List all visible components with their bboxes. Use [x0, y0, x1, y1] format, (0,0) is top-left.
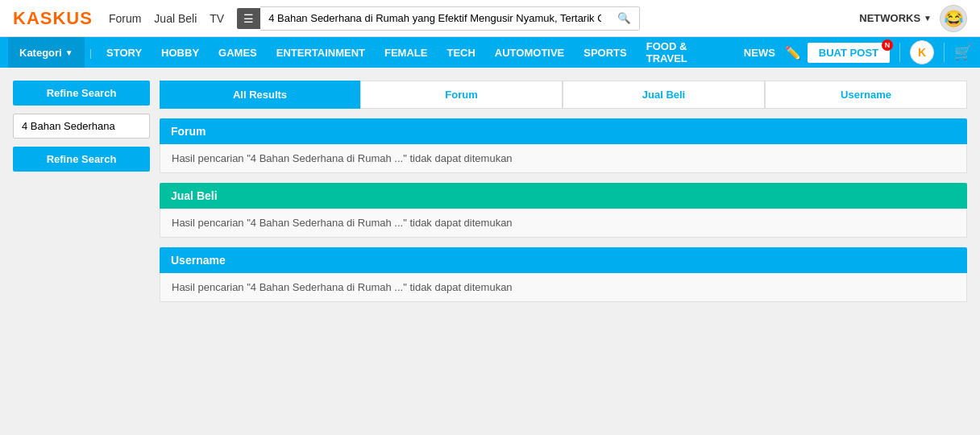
jualbeli-no-result-message: Hasil pencarian "4 Bahan Sederhana di Ru…: [172, 217, 513, 229]
forum-no-result-message: Hasil pencarian "4 Bahan Sederhana di Ru…: [172, 152, 513, 164]
networks-button[interactable]: NETWORKS ▼: [859, 12, 932, 24]
story-nav-link[interactable]: STORY: [97, 37, 152, 68]
tech-nav-link[interactable]: TECH: [437, 37, 484, 68]
games-nav-link[interactable]: GAMES: [209, 37, 267, 68]
main-content: Refine Search Refine Search All Results …: [0, 68, 980, 325]
edit-icon: ✏️: [785, 45, 801, 60]
cart-icon: 🛒: [954, 44, 972, 61]
automotive-nav-link[interactable]: AUTOMOTIVE: [485, 37, 574, 68]
refine-search-button[interactable]: Refine Search: [13, 147, 150, 172]
refine-search-input[interactable]: [13, 114, 150, 139]
logo-prefix: KAS: [13, 8, 52, 28]
results-area: All Results Forum Jual Beli Username For…: [160, 81, 967, 312]
buat-post-button[interactable]: BUAT POST N: [808, 43, 890, 63]
forum-nav-link[interactable]: Forum: [109, 12, 141, 25]
sidebar: Refine Search Refine Search: [13, 81, 150, 312]
kategori-button[interactable]: Kategori ▼: [8, 37, 85, 68]
refine-search-title: Refine Search: [13, 81, 150, 106]
hamburger-icon[interactable]: ☰: [237, 8, 260, 29]
news-nav-link[interactable]: NEWS: [734, 37, 785, 68]
jualbeli-nav-link[interactable]: Jual Beli: [154, 12, 197, 25]
top-nav: KASKUS Forum Jual Beli TV ☰ 🔍 NETWORKS ▼…: [0, 0, 980, 37]
tab-forum[interactable]: Forum: [360, 81, 563, 109]
chevron-down-icon: ▼: [65, 48, 73, 57]
username-section-body: Hasil pencarian "4 Bahan Sederhana di Ru…: [160, 273, 967, 302]
category-nav: Kategori ▼ | STORY HOBBY GAMES ENTERTAIN…: [0, 37, 980, 68]
chevron-down-icon: ▼: [924, 14, 932, 23]
main-nav: Forum Jual Beli TV: [109, 12, 224, 25]
coin-icon: K: [918, 46, 926, 59]
tab-all-results[interactable]: All Results: [160, 81, 360, 109]
jualbeli-section: Jual Beli Hasil pencarian "4 Bahan Seder…: [160, 183, 967, 238]
forum-section-header: Forum: [160, 118, 967, 144]
top-nav-right: NETWORKS ▼ 😂: [859, 5, 967, 32]
hobby-nav-link[interactable]: HOBBY: [152, 37, 209, 68]
notification-badge: N: [882, 39, 893, 51]
divider: [899, 43, 900, 62]
divider: [944, 43, 945, 62]
logo-suffix: KUS: [52, 8, 92, 28]
coin-button[interactable]: K: [910, 40, 934, 64]
jualbeli-section-body: Hasil pencarian "4 Bahan Sederhana di Ru…: [160, 209, 967, 238]
tab-username[interactable]: Username: [765, 81, 967, 109]
search-button[interactable]: 🔍: [609, 6, 640, 31]
results-tabs: All Results Forum Jual Beli Username: [160, 81, 967, 109]
username-section: Username Hasil pencarian "4 Bahan Sederh…: [160, 247, 967, 302]
logo[interactable]: KASKUS: [13, 8, 93, 29]
cart-button[interactable]: 🛒: [954, 44, 972, 61]
username-no-result-message: Hasil pencarian "4 Bahan Sederhana di Ru…: [172, 281, 513, 293]
tv-nav-link[interactable]: TV: [210, 12, 224, 25]
female-nav-link[interactable]: FEMALE: [375, 37, 437, 68]
jualbeli-section-header: Jual Beli: [160, 183, 967, 209]
forum-section-body: Hasil pencarian "4 Bahan Sederhana di Ru…: [160, 144, 967, 173]
search-input[interactable]: [260, 6, 609, 31]
username-section-header: Username: [160, 247, 967, 273]
cat-nav-right: ✏️ BUAT POST N K 🛒: [785, 40, 972, 64]
forum-section: Forum Hasil pencarian "4 Bahan Sederhana…: [160, 118, 967, 173]
tab-jualbeli[interactable]: Jual Beli: [563, 81, 765, 109]
avatar[interactable]: 😂: [940, 5, 967, 32]
search-bar: ☰ 🔍: [237, 6, 640, 31]
food-travel-nav-link[interactable]: FOOD & TRAVEL: [637, 37, 734, 68]
sports-nav-link[interactable]: SPORTS: [574, 37, 636, 68]
entertainment-nav-link[interactable]: ENTERTAINMENT: [267, 37, 375, 68]
cat-nav-items: Kategori ▼ | STORY HOBBY GAMES ENTERTAIN…: [8, 37, 785, 68]
